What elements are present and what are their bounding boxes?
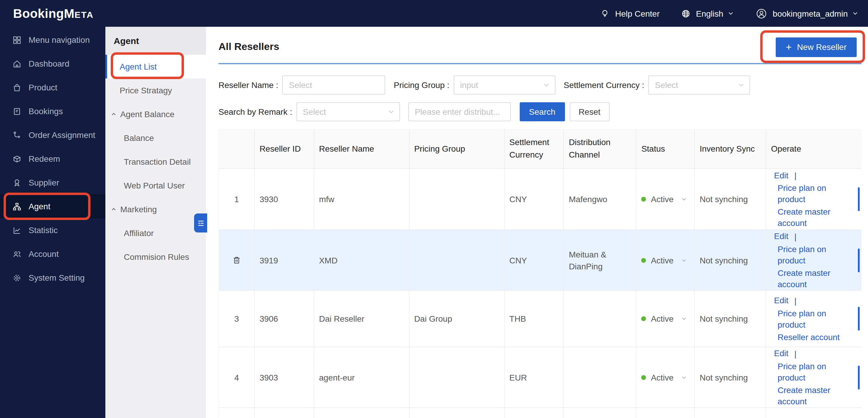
inventory-sync-cell: Not synching bbox=[695, 347, 766, 407]
sidebar-item-label: Redeem bbox=[29, 154, 60, 164]
status-cell: Active bbox=[637, 230, 695, 290]
sidebar-item-label: Account bbox=[29, 249, 59, 259]
status-dropdown-icon[interactable] bbox=[681, 257, 687, 263]
inventory-sync-cell: Not synching bbox=[695, 230, 766, 290]
user-menu[interactable]: bookingmeta_admin bbox=[755, 7, 859, 19]
table-header-pricing-group: Pricing Group bbox=[409, 129, 504, 168]
filter-row-2: Search by Remark : Search Reset bbox=[218, 102, 862, 121]
scrollbar-thumb[interactable] bbox=[858, 365, 860, 389]
edit-link[interactable]: Edit bbox=[774, 295, 788, 306]
submenu-item-agent-list[interactable]: Agent List bbox=[105, 55, 206, 78]
sidebar-item-dashboard[interactable]: Dashboard bbox=[0, 52, 105, 75]
sidebar-item-bookings[interactable]: Bookings bbox=[0, 99, 105, 123]
sidebar-item-statistic[interactable]: Statistic bbox=[0, 218, 105, 242]
create-master-account-link[interactable]: Create master account bbox=[777, 267, 846, 290]
reseller-name-cell bbox=[314, 408, 410, 418]
sidebar-item-label: Order Assignment bbox=[29, 130, 95, 140]
reseller-name-cell: XMD bbox=[314, 230, 410, 290]
reseller-name-input[interactable] bbox=[282, 75, 385, 95]
new-reseller-button[interactable]: + New Reseller bbox=[776, 37, 857, 57]
language-label: English bbox=[696, 9, 723, 18]
price-plan-link[interactable]: Price plan on product bbox=[777, 243, 846, 266]
submenu-item-commision-rules[interactable]: Commision Rules bbox=[105, 245, 206, 269]
chevron-down-icon bbox=[852, 10, 859, 16]
brand-logo[interactable]: BookingMETA bbox=[13, 6, 94, 21]
collapse-sidebar-button[interactable] bbox=[194, 213, 207, 233]
reseller-id-cell: 3903 bbox=[255, 347, 314, 407]
table-row: 4 3903 agent-eur EUR Active Not synching… bbox=[219, 347, 862, 408]
edit-link[interactable]: Edit bbox=[774, 348, 788, 359]
scrollbar-thumb[interactable] bbox=[858, 248, 860, 272]
reset-button[interactable]: Reset bbox=[569, 102, 609, 121]
edit-link[interactable]: Edit bbox=[774, 170, 788, 181]
reseller-id-cell: 3930 bbox=[255, 169, 314, 230]
reseller-name-label: Reseller Name : bbox=[218, 80, 278, 90]
sidebar-item-label: Dashboard bbox=[29, 59, 69, 68]
submenu-item-affiliator[interactable]: Affiliator bbox=[105, 221, 206, 245]
settlement-currency-select[interactable] bbox=[648, 75, 750, 95]
reseller-account-link[interactable]: Reseller account bbox=[777, 332, 840, 343]
help-center-label: Help Center bbox=[615, 9, 660, 18]
sidebar-item-label: Agent bbox=[29, 202, 50, 211]
page-title: All Resellers bbox=[218, 41, 279, 53]
app-root: BookingMETA Help Center English boo bbox=[0, 0, 868, 418]
sidebar-item-label: Statistic bbox=[29, 225, 58, 235]
inventory-sync-cell: Not synching bbox=[695, 291, 766, 347]
inventory-sync-cell bbox=[695, 408, 766, 418]
scrollbar-thumb[interactable] bbox=[858, 307, 860, 330]
price-plan-link[interactable]: Price plan on product bbox=[777, 182, 846, 205]
remark-select[interactable] bbox=[296, 102, 400, 121]
status-dropdown-icon[interactable] bbox=[681, 196, 687, 202]
scrollbar-thumb[interactable] bbox=[858, 187, 860, 211]
status-cell bbox=[637, 408, 695, 418]
statistic-chart-icon bbox=[12, 225, 22, 235]
distributor-input[interactable] bbox=[408, 102, 510, 121]
submenu-item-web-portal-user[interactable]: Web Portal User bbox=[105, 174, 206, 198]
distribution-channel-cell bbox=[564, 347, 637, 407]
delete-icon[interactable] bbox=[232, 256, 241, 265]
status-cell: Active bbox=[637, 347, 695, 407]
submenu-item-price-stratagy[interactable]: Price Stratagy bbox=[105, 78, 206, 102]
language-selector[interactable]: English bbox=[681, 9, 734, 18]
status-dropdown-icon[interactable] bbox=[681, 374, 687, 380]
sidebar-item-system-setting[interactable]: System Setting bbox=[0, 266, 105, 289]
settlement-currency-cell: CNY bbox=[504, 230, 564, 290]
pricing-group-select[interactable] bbox=[454, 75, 555, 95]
table-header-inventory-sync: Inventory Sync bbox=[695, 129, 767, 168]
search-button[interactable]: Search bbox=[520, 102, 565, 121]
edit-link[interactable]: Edit bbox=[774, 231, 788, 242]
sidebar-item-product[interactable]: Product bbox=[0, 75, 105, 99]
create-master-account-link[interactable]: Create master account bbox=[777, 206, 846, 229]
sidebar-item-order-assignment[interactable]: Order Assignment bbox=[0, 123, 105, 147]
sidebar-item-redeem[interactable]: Redeem bbox=[0, 147, 105, 171]
home-icon bbox=[12, 59, 22, 68]
status-dropdown-icon[interactable] bbox=[681, 316, 687, 322]
order-assignment-icon bbox=[12, 131, 22, 139]
action-divider: | bbox=[795, 170, 797, 181]
submenu-item-transaction-detail[interactable]: Transaction Detail bbox=[105, 150, 206, 174]
operate-cell: Edit | Price plan on product Create mast… bbox=[766, 230, 862, 290]
price-plan-link[interactable]: Price plan on product bbox=[777, 361, 846, 383]
submenu-item-marketing[interactable]: Marketing bbox=[105, 198, 206, 221]
row-index-cell: 1 bbox=[219, 169, 255, 230]
reseller-name-cell: agent-eur bbox=[314, 347, 410, 407]
price-plan-link[interactable]: Price plan on product bbox=[777, 308, 846, 330]
pricing-group-cell bbox=[409, 230, 504, 290]
table-header: Reseller ID Reseller Name Pricing Group … bbox=[219, 129, 862, 169]
operate-cell: Edit | bbox=[766, 408, 862, 418]
submenu-item-agent-balance[interactable]: Agent Balance bbox=[105, 102, 206, 126]
create-master-account-link[interactable]: Create master account bbox=[777, 384, 846, 407]
sidebar-item-menu-navigation[interactable]: Menu navigation bbox=[0, 28, 105, 52]
status-dot-icon bbox=[642, 197, 646, 202]
submenu-item-balance[interactable]: Balance bbox=[105, 126, 206, 150]
settlement-currency-label: Settlement Currency : bbox=[564, 80, 645, 90]
sidebar-item-supplier[interactable]: Supplier bbox=[0, 171, 105, 195]
help-center-link[interactable]: Help Center bbox=[600, 9, 660, 18]
sidebar-item-label: Product bbox=[29, 83, 57, 92]
sidebar-item-account[interactable]: Account bbox=[0, 242, 105, 266]
reseller-id-cell: 3906 bbox=[255, 291, 314, 347]
sidebar-item-agent[interactable]: Agent bbox=[0, 195, 105, 218]
product-bag-icon bbox=[12, 83, 22, 92]
status-label: Active bbox=[651, 313, 674, 325]
reseller-name-cell: Dai Reseller bbox=[314, 291, 410, 347]
